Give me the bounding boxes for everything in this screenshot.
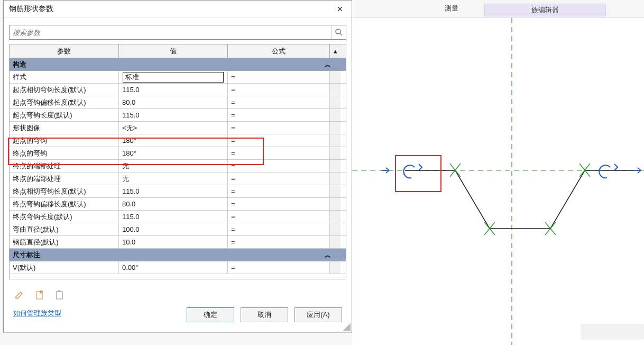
scroll-gutter <box>330 261 341 274</box>
formula-cell[interactable]: = <box>228 185 330 197</box>
scroll-gutter <box>330 236 341 248</box>
close-icon[interactable]: ✕ <box>334 5 346 13</box>
scroll-gutter <box>330 122 341 134</box>
table-row[interactable]: 起点弯钩长度(默认)115.0= <box>10 109 346 122</box>
value-cell[interactable]: 115.0 <box>119 211 228 223</box>
drawing-canvas[interactable] <box>352 18 644 345</box>
chevron-up-icon[interactable]: ︽ <box>325 60 331 69</box>
scroll-gutter <box>330 71 341 83</box>
value-cell[interactable]: 115.0 <box>119 109 228 121</box>
scroll-gutter <box>330 160 341 172</box>
resize-grip-icon[interactable] <box>343 323 351 331</box>
value-cell[interactable]: 100.0 <box>119 223 228 235</box>
table-row[interactable]: 终点弯钩偏移长度(默认)80.0= <box>10 198 346 211</box>
value-cell[interactable]: 80.0 <box>119 96 228 108</box>
value-cell[interactable]: 80.0 <box>119 198 228 210</box>
table-row[interactable]: 终点弯钩长度(默认)115.0= <box>10 211 346 223</box>
param-cell[interactable]: 终点相切弯钩长度(默认) <box>10 185 119 197</box>
col-header-value[interactable]: 值 <box>119 44 228 58</box>
section-header[interactable]: 构造︽ <box>10 58 346 71</box>
param-cell[interactable]: 形状图像 <box>10 122 119 134</box>
value-cell[interactable]: 无 <box>119 160 228 172</box>
col-header-formula[interactable]: 公式 <box>228 44 330 58</box>
table-row[interactable]: V(默认)0.00°= <box>10 261 346 274</box>
value-cell[interactable]: 180° <box>119 147 228 159</box>
value-cell[interactable]: 0.00° <box>119 261 228 274</box>
value-cell[interactable]: 无 <box>119 173 228 185</box>
table-row[interactable]: 样式标准= <box>10 71 346 84</box>
scroll-gutter <box>330 185 341 197</box>
table-row[interactable]: 终点的弯钩180°= <box>10 147 346 160</box>
scroll-gutter <box>330 109 341 121</box>
scroll-gutter <box>330 173 341 185</box>
scroll-up-icon[interactable]: ▴ <box>330 44 341 58</box>
param-cell[interactable]: 起点弯钩长度(默认) <box>10 109 119 121</box>
param-cell[interactable]: 起点相切弯钩长度(默认) <box>10 84 119 96</box>
rebar-shape-params-dialog: 钢筋形状参数 ✕ 参数 值 公式 ▴ 构造︽样式标准=起点相切弯钩长度(默认)1… <box>3 0 352 332</box>
formula-cell[interactable]: = <box>228 236 330 248</box>
table-row[interactable]: 钢筋直径(默认)10.0= <box>10 236 346 249</box>
view-control-placeholder <box>581 324 644 340</box>
value-cell[interactable]: 10.0 <box>119 236 228 248</box>
param-cell[interactable]: 起点的弯钩 <box>10 134 119 147</box>
formula-cell[interactable]: = <box>228 198 330 210</box>
formula-cell[interactable]: = <box>228 134 330 147</box>
table-row[interactable]: 弯曲直径(默认)100.0= <box>10 223 346 236</box>
value-cell[interactable]: 180° <box>119 134 228 147</box>
param-cell[interactable]: V(默认) <box>10 261 119 274</box>
param-cell[interactable]: 终点的端部处理 <box>10 173 119 185</box>
ribbon-panel-measure[interactable]: 测量 <box>436 4 467 13</box>
value-cell[interactable]: 115.0 <box>119 84 228 96</box>
formula-cell[interactable]: = <box>228 223 330 235</box>
param-cell[interactable]: 钢筋直径(默认) <box>10 236 119 248</box>
new-page-icon[interactable]: ★ <box>34 289 45 300</box>
svg-point-0 <box>336 29 341 34</box>
table-row[interactable]: 终点的端部处理无= <box>10 160 346 173</box>
dialog-buttons: 确定 取消 应用(A) <box>187 307 342 322</box>
value-cell[interactable]: 115.0 <box>119 185 228 197</box>
value-cell[interactable]: <无> <box>119 122 228 134</box>
col-header-param[interactable]: 参数 <box>10 44 119 58</box>
apply-button[interactable]: 应用(A) <box>295 307 342 322</box>
formula-cell[interactable]: = <box>228 122 330 134</box>
section-header[interactable]: 尺寸标注︽ <box>10 249 346 261</box>
formula-cell[interactable]: = <box>228 211 330 223</box>
svg-line-1 <box>340 33 342 35</box>
formula-cell[interactable]: = <box>228 71 330 83</box>
param-cell[interactable]: 终点弯钩长度(默认) <box>10 211 119 223</box>
formula-cell[interactable]: = <box>228 109 330 121</box>
ok-button[interactable]: 确定 <box>187 307 234 322</box>
param-cell[interactable]: 弯曲直径(默认) <box>10 223 119 235</box>
table-row[interactable]: 终点的端部处理无= <box>10 173 346 185</box>
formula-cell[interactable]: = <box>228 261 330 274</box>
grid-header: 参数 值 公式 ▴ <box>10 44 346 58</box>
search-bar <box>4 17 352 44</box>
formula-cell[interactable]: = <box>228 84 330 96</box>
formula-cell[interactable]: = <box>228 173 330 185</box>
table-row[interactable]: 起点相切弯钩长度(默认)115.0= <box>10 84 346 96</box>
param-cell[interactable]: 终点弯钩偏移长度(默认) <box>10 198 119 210</box>
table-row[interactable]: 形状图像<无>= <box>10 122 346 134</box>
param-cell[interactable]: 样式 <box>10 71 119 83</box>
formula-cell[interactable]: = <box>228 96 330 108</box>
table-row[interactable]: 终点相切弯钩长度(默认)115.0= <box>10 185 346 198</box>
cancel-button[interactable]: 取消 <box>241 307 288 322</box>
scroll-gutter <box>330 96 341 108</box>
table-row[interactable]: 起点的弯钩180°= <box>10 134 346 147</box>
copy-page-icon[interactable] <box>54 289 65 300</box>
value-cell[interactable]: 标准 <box>119 71 228 83</box>
search-input[interactable] <box>10 26 331 39</box>
ribbon-panel-family-editor[interactable]: 族编辑器 <box>484 4 606 16</box>
help-link[interactable]: 如何管理族类型 <box>13 308 61 318</box>
formula-cell[interactable]: = <box>228 160 330 172</box>
scroll-gutter <box>330 223 341 235</box>
param-cell[interactable]: 起点弯钩偏移长度(默认) <box>10 96 119 108</box>
param-cell[interactable]: 终点的端部处理 <box>10 160 119 172</box>
search-icon[interactable] <box>331 25 346 39</box>
formula-cell[interactable]: = <box>228 147 330 159</box>
edit-icon[interactable] <box>14 289 25 300</box>
param-cell[interactable]: 终点的弯钩 <box>10 147 119 159</box>
chevron-up-icon[interactable]: ︽ <box>325 251 331 260</box>
grid-body: 构造︽样式标准=起点相切弯钩长度(默认)115.0=起点弯钩偏移长度(默认)80… <box>10 58 346 279</box>
table-row[interactable]: 起点弯钩偏移长度(默认)80.0= <box>10 96 346 109</box>
